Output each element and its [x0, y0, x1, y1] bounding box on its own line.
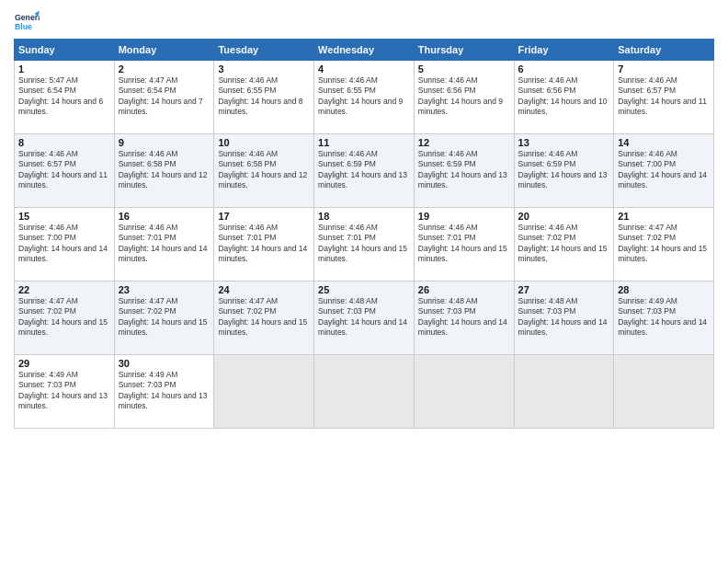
day-info: Sunrise: 4:47 AM Sunset: 7:02 PM Dayligh… [218, 296, 310, 339]
calendar-week-row: 29 Sunrise: 4:49 AM Sunset: 7:03 PM Dayl… [15, 355, 714, 429]
weekday-header-cell: Tuesday [214, 40, 314, 61]
calendar-day-cell: 29 Sunrise: 4:49 AM Sunset: 7:03 PM Dayl… [15, 355, 115, 429]
day-number: 15 [18, 211, 110, 222]
calendar-day-cell: 8 Sunrise: 4:46 AM Sunset: 6:57 PM Dayli… [15, 134, 115, 208]
day-number: 28 [618, 284, 710, 295]
main-container: General Blue SundayMondayTuesdayWednesda… [0, 0, 728, 438]
calendar-day-cell: 19 Sunrise: 4:46 AM Sunset: 7:01 PM Dayl… [414, 208, 514, 282]
calendar-day-cell: 15 Sunrise: 4:46 AM Sunset: 7:00 PM Dayl… [15, 208, 115, 282]
day-info: Sunrise: 4:48 AM Sunset: 7:03 PM Dayligh… [418, 296, 510, 339]
calendar-day-cell: 23 Sunrise: 4:47 AM Sunset: 7:02 PM Dayl… [114, 282, 214, 355]
day-number: 25 [318, 284, 410, 295]
calendar-day-cell: 12 Sunrise: 4:46 AM Sunset: 6:59 PM Dayl… [414, 134, 514, 208]
calendar-table: SundayMondayTuesdayWednesdayThursdayFrid… [14, 39, 714, 429]
day-info: Sunrise: 5:47 AM Sunset: 6:54 PM Dayligh… [18, 75, 110, 118]
day-info: Sunrise: 4:46 AM Sunset: 7:01 PM Dayligh… [418, 223, 510, 265]
header: General Blue [14, 9, 714, 35]
day-number: 5 [418, 63, 510, 75]
weekday-header-cell: Saturday [614, 40, 714, 61]
day-info: Sunrise: 4:46 AM Sunset: 6:56 PM Dayligh… [518, 75, 610, 118]
weekday-header-cell: Monday [114, 40, 214, 61]
calendar-day-cell: 24 Sunrise: 4:47 AM Sunset: 7:02 PM Dayl… [214, 282, 314, 355]
day-number: 10 [218, 137, 310, 148]
weekday-header-row: SundayMondayTuesdayWednesdayThursdayFrid… [15, 40, 714, 61]
day-number: 6 [518, 63, 610, 75]
day-info: Sunrise: 4:46 AM Sunset: 7:00 PM Dayligh… [618, 149, 710, 191]
weekday-header-cell: Friday [514, 40, 614, 61]
day-info: Sunrise: 4:46 AM Sunset: 6:58 PM Dayligh… [119, 149, 210, 191]
day-number: 3 [218, 63, 310, 75]
day-info: Sunrise: 4:48 AM Sunset: 7:03 PM Dayligh… [518, 296, 610, 339]
calendar-week-row: 1 Sunrise: 5:47 AM Sunset: 6:54 PM Dayli… [15, 61, 714, 134]
calendar-day-cell: 7 Sunrise: 4:46 AM Sunset: 6:57 PM Dayli… [614, 61, 714, 134]
weekday-header-cell: Thursday [414, 40, 514, 61]
day-info: Sunrise: 4:46 AM Sunset: 6:59 PM Dayligh… [318, 149, 410, 191]
day-number: 27 [518, 284, 610, 295]
logo-icon: General Blue [14, 9, 40, 35]
day-number: 1 [18, 63, 110, 75]
calendar-day-cell [614, 355, 714, 429]
weekday-header-cell: Wednesday [314, 40, 415, 61]
day-info: Sunrise: 4:46 AM Sunset: 6:57 PM Dayligh… [18, 149, 110, 191]
day-info: Sunrise: 4:48 AM Sunset: 7:03 PM Dayligh… [318, 296, 410, 339]
day-info: Sunrise: 4:47 AM Sunset: 7:02 PM Dayligh… [618, 223, 710, 265]
calendar-day-cell: 9 Sunrise: 4:46 AM Sunset: 6:58 PM Dayli… [114, 134, 214, 208]
day-number: 26 [418, 284, 510, 295]
day-info: Sunrise: 4:46 AM Sunset: 7:02 PM Dayligh… [518, 223, 610, 265]
calendar-day-cell: 16 Sunrise: 4:46 AM Sunset: 7:01 PM Dayl… [114, 208, 214, 282]
day-number: 23 [119, 284, 210, 295]
day-number: 30 [119, 358, 210, 369]
calendar-day-cell: 2 Sunrise: 4:47 AM Sunset: 6:54 PM Dayli… [114, 61, 214, 134]
day-info: Sunrise: 4:46 AM Sunset: 6:56 PM Dayligh… [418, 75, 510, 118]
calendar-day-cell: 4 Sunrise: 4:46 AM Sunset: 6:55 PM Dayli… [314, 61, 415, 134]
calendar-week-row: 22 Sunrise: 4:47 AM Sunset: 7:02 PM Dayl… [15, 282, 714, 355]
day-number: 8 [18, 137, 110, 148]
calendar-day-cell: 26 Sunrise: 4:48 AM Sunset: 7:03 PM Dayl… [414, 282, 514, 355]
day-info: Sunrise: 4:46 AM Sunset: 7:00 PM Dayligh… [18, 223, 110, 265]
calendar-day-cell: 11 Sunrise: 4:46 AM Sunset: 6:59 PM Dayl… [314, 134, 415, 208]
day-number: 7 [618, 63, 710, 75]
day-number: 2 [119, 63, 210, 75]
day-info: Sunrise: 4:46 AM Sunset: 6:58 PM Dayligh… [218, 149, 310, 191]
day-info: Sunrise: 4:46 AM Sunset: 6:55 PM Dayligh… [218, 75, 310, 118]
day-info: Sunrise: 4:46 AM Sunset: 6:59 PM Dayligh… [518, 149, 610, 191]
day-number: 13 [518, 137, 610, 148]
day-number: 9 [119, 137, 210, 148]
day-number: 22 [18, 284, 110, 295]
day-number: 4 [318, 63, 410, 75]
weekday-header-cell: Sunday [15, 40, 115, 61]
calendar-day-cell: 20 Sunrise: 4:46 AM Sunset: 7:02 PM Dayl… [514, 208, 614, 282]
calendar-day-cell: 6 Sunrise: 4:46 AM Sunset: 6:56 PM Dayli… [514, 61, 614, 134]
day-number: 20 [518, 211, 610, 222]
day-info: Sunrise: 4:46 AM Sunset: 7:01 PM Dayligh… [218, 223, 310, 265]
calendar-day-cell: 5 Sunrise: 4:46 AM Sunset: 6:56 PM Dayli… [414, 61, 514, 134]
calendar-day-cell [414, 355, 514, 429]
calendar-day-cell: 30 Sunrise: 4:49 AM Sunset: 7:03 PM Dayl… [114, 355, 214, 429]
calendar-day-cell: 18 Sunrise: 4:46 AM Sunset: 7:01 PM Dayl… [314, 208, 415, 282]
calendar-day-cell [514, 355, 614, 429]
day-number: 19 [418, 211, 510, 222]
calendar-day-cell: 13 Sunrise: 4:46 AM Sunset: 6:59 PM Dayl… [514, 134, 614, 208]
calendar-week-row: 15 Sunrise: 4:46 AM Sunset: 7:00 PM Dayl… [15, 208, 714, 282]
day-number: 11 [318, 137, 410, 148]
day-info: Sunrise: 4:46 AM Sunset: 6:59 PM Dayligh… [418, 149, 510, 191]
day-info: Sunrise: 4:46 AM Sunset: 6:57 PM Dayligh… [618, 75, 710, 118]
calendar-day-cell: 27 Sunrise: 4:48 AM Sunset: 7:03 PM Dayl… [514, 282, 614, 355]
day-number: 24 [218, 284, 310, 295]
day-info: Sunrise: 4:46 AM Sunset: 7:01 PM Dayligh… [318, 223, 410, 265]
day-info: Sunrise: 4:46 AM Sunset: 7:01 PM Dayligh… [119, 223, 210, 265]
day-number: 14 [618, 137, 710, 148]
day-info: Sunrise: 4:49 AM Sunset: 7:03 PM Dayligh… [119, 370, 210, 412]
calendar-day-cell [314, 355, 415, 429]
day-number: 29 [18, 358, 110, 369]
day-number: 16 [119, 211, 210, 222]
day-info: Sunrise: 4:49 AM Sunset: 7:03 PM Dayligh… [618, 296, 710, 339]
calendar-day-cell [214, 355, 314, 429]
calendar-day-cell: 17 Sunrise: 4:46 AM Sunset: 7:01 PM Dayl… [214, 208, 314, 282]
calendar-week-row: 8 Sunrise: 4:46 AM Sunset: 6:57 PM Dayli… [15, 134, 714, 208]
calendar-day-cell: 10 Sunrise: 4:46 AM Sunset: 6:58 PM Dayl… [214, 134, 314, 208]
calendar-day-cell: 25 Sunrise: 4:48 AM Sunset: 7:03 PM Dayl… [314, 282, 415, 355]
day-info: Sunrise: 4:47 AM Sunset: 6:54 PM Dayligh… [119, 75, 210, 118]
logo: General Blue [14, 9, 40, 35]
day-info: Sunrise: 4:46 AM Sunset: 6:55 PM Dayligh… [318, 75, 410, 118]
